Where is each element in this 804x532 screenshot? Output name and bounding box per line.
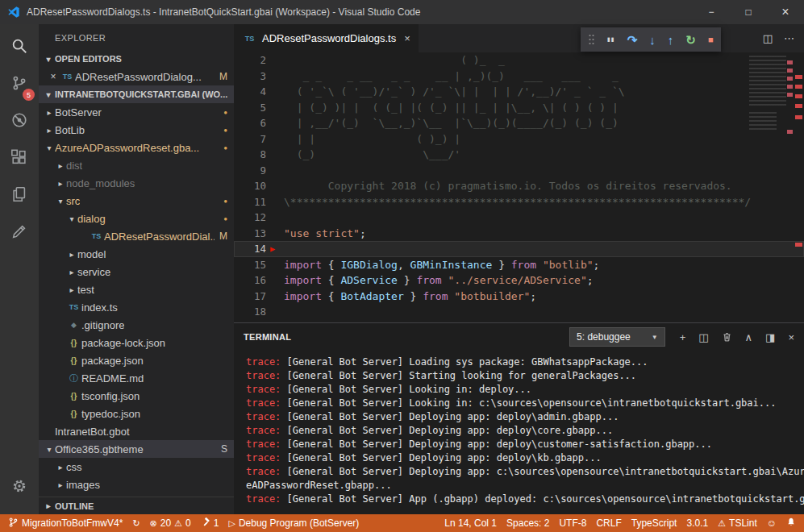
code-line-17[interactable]: 17import { BotAdapter } from "botbuilder… <box>234 289 804 305</box>
chevron-right-icon[interactable]: ▸ <box>55 480 66 489</box>
debug-config-status[interactable]: ▷ Debug Program (BotServer) <box>223 514 364 532</box>
tree-item-readme-md[interactable]: ⓘREADME.md <box>39 369 234 387</box>
kill-terminal-button[interactable] <box>722 331 732 343</box>
code-line-3[interactable]: 3 _ _ _ __ _ _ __ | ,_)(_) ___ ___ _ <box>234 69 804 85</box>
tree-item-node-modules[interactable]: ▸node_modules <box>39 174 234 192</box>
maximize-button[interactable]: □ <box>730 0 767 24</box>
tree-item-botserver[interactable]: ▸BotServer● <box>39 103 234 121</box>
chevron-down-icon[interactable]: ▾ <box>55 197 66 206</box>
minimize-button[interactable]: − <box>693 0 730 24</box>
step-into-button[interactable]: ↓ <box>649 34 656 46</box>
chevron-right-icon[interactable]: ▸ <box>44 126 55 135</box>
tree-item-css[interactable]: ▸css <box>39 458 234 476</box>
tree-item-test[interactable]: ▸test <box>39 281 234 298</box>
tree-item-azureadpasswordreset-gba-[interactable]: ▾AzureADPasswordReset.gba...● <box>39 139 234 156</box>
tslint-status[interactable]: ⚠ TSLint <box>713 514 762 532</box>
code-line-6[interactable]: 6 | ,__/'(_) `\__,_)`\__ |`\__)(_)(____/… <box>234 115 804 131</box>
tree-item-typedoc-json[interactable]: {}typedoc.json <box>39 405 234 422</box>
tree-item-tsconfig-json[interactable]: {}tsconfig.json <box>39 387 234 405</box>
chevron-right-icon[interactable]: ▸ <box>55 463 66 472</box>
drag-handle-icon[interactable] <box>588 33 595 46</box>
code-line-2[interactable]: 2 ( )_ _ <box>234 52 804 69</box>
tree-item--gitignore[interactable]: ◆.gitignore <box>39 316 234 334</box>
minimap[interactable] <box>748 52 793 322</box>
chevron-down-icon[interactable]: ▾ <box>66 214 77 223</box>
tree-item-index-ts[interactable]: TSindex.ts <box>39 298 234 316</box>
tree-item-src[interactable]: ▾src● <box>39 192 234 210</box>
close-button[interactable]: × <box>767 0 804 24</box>
code-line-14[interactable]: 14▶ <box>234 241 804 257</box>
pause-button[interactable]: ▮▮ <box>607 36 615 43</box>
running-tasks-status[interactable]: 1 <box>196 514 224 532</box>
overview-ruler[interactable] <box>794 52 804 322</box>
code-line-9[interactable]: 9 <box>234 163 804 179</box>
activity-extensions[interactable] <box>0 140 39 177</box>
chevron-right-icon[interactable]: ▸ <box>66 250 77 259</box>
chevron-down-icon[interactable]: ▾ <box>44 445 55 454</box>
tree-item-package-json[interactable]: {}package.json <box>39 351 234 369</box>
sync-button[interactable]: ↻ <box>127 514 144 532</box>
code-line-7[interactable]: 7 | | ( )_) | <box>234 131 804 148</box>
tab-active-file[interactable]: TS ADResetPasswordDialogs.ts × <box>234 24 419 52</box>
chevron-right-icon[interactable]: ▸ <box>55 161 66 170</box>
restart-button[interactable]: ↻ <box>685 34 696 46</box>
step-out-button[interactable]: ↑ <box>668 34 674 46</box>
outline-section-header[interactable]: ▸ OUTLINE <box>39 497 234 514</box>
close-panel-button[interactable]: × <box>788 331 794 343</box>
split-terminal-button[interactable]: ◫ <box>698 331 708 343</box>
activity-debug[interactable] <box>0 103 39 140</box>
eol-status[interactable]: CRLF <box>591 514 626 532</box>
code-line-13[interactable]: 13"use strict"; <box>234 226 804 242</box>
language-status[interactable]: TypeScript <box>627 514 682 532</box>
git-branch-status[interactable]: MigrationToBotFmwV4* <box>3 514 127 532</box>
terminal-output[interactable]: trace: [General Bot Server] Loading sys … <box>234 351 804 514</box>
split-editor-icon[interactable]: ◫ <box>763 32 773 44</box>
tree-item-dialog[interactable]: ▾dialog● <box>39 210 234 227</box>
chevron-down-icon[interactable]: ▾ <box>44 143 55 152</box>
code-line-18[interactable]: 18 <box>234 304 804 320</box>
step-over-button[interactable]: ↷ <box>627 34 638 46</box>
tab-terminal[interactable]: TERMINAL <box>244 332 291 342</box>
chevron-right-icon[interactable]: ▸ <box>66 285 77 294</box>
code-line-8[interactable]: 8 (_) \___/' <box>234 147 804 163</box>
tree-item-package-lock-json[interactable]: {}package-lock.json <box>39 334 234 351</box>
more-actions-icon[interactable]: ⋯ <box>784 32 794 44</box>
code-line-16[interactable]: 16import { ADService } from "../service/… <box>234 272 804 289</box>
indentation-status[interactable]: Spaces: 2 <box>502 514 554 532</box>
tree-item-dist[interactable]: ▸dist <box>39 156 234 174</box>
activity-files[interactable] <box>0 177 39 214</box>
tree-item-botlib[interactable]: ▸BotLib● <box>39 121 234 139</box>
code-line-15[interactable]: 15import { IGBDialog, GBMinInstance } fr… <box>234 257 804 273</box>
new-terminal-button[interactable]: + <box>680 331 686 343</box>
tree-item-images[interactable]: ▸images <box>39 476 234 493</box>
panel-layout-button[interactable]: ◨ <box>765 331 775 343</box>
tree-item-office365-gbtheme[interactable]: ▾Office365.gbthemeS <box>39 440 234 458</box>
activity-search[interactable] <box>0 29 39 66</box>
activity-edit[interactable] <box>0 214 39 251</box>
editor[interactable]: 2 ( )_ _3 _ _ _ __ _ _ __ | ,_)(_) ___ _… <box>234 52 804 322</box>
workspace-section-header[interactable]: ▾ INTRANETBOTQUICKSTART.GBAI (WO... <box>39 85 234 103</box>
cursor-position[interactable]: Ln 14, Col 1 <box>439 514 502 532</box>
problems-status[interactable]: ⊗ 20 ⚠ 0 <box>145 514 196 532</box>
maximize-panel-button[interactable]: ∧ <box>745 331 753 343</box>
chevron-right-icon[interactable]: ▸ <box>66 268 77 276</box>
notifications[interactable] <box>781 514 801 532</box>
stop-button[interactable]: ■ <box>708 35 714 44</box>
code-line-10[interactable]: 10 Copyright 2018 (c) pragmatismo.io. To… <box>234 178 804 194</box>
open-editors-header[interactable]: ▾ OPEN EDITORS <box>39 50 234 68</box>
ts-version-status[interactable]: 3.0.1 <box>681 514 713 532</box>
chevron-right-icon[interactable]: ▸ <box>55 179 66 188</box>
code-line-11[interactable]: 11\*************************************… <box>234 194 804 210</box>
open-editor-item[interactable]: × TS ADResetPasswordDialog... M <box>39 68 234 85</box>
code-line-5[interactable]: 5 | (_) )| | ( (_| |( (_) || |_ | |\__, … <box>234 100 804 116</box>
close-icon[interactable]: × <box>47 71 60 82</box>
activity-source-control[interactable]: 5 <box>0 66 39 103</box>
tree-item-model[interactable]: ▸model <box>39 245 234 263</box>
activity-settings[interactable] <box>0 469 39 506</box>
tree-item-service[interactable]: ▸service <box>39 263 234 281</box>
encoding-status[interactable]: UTF-8 <box>554 514 591 532</box>
feedback-smiley[interactable]: ☺ <box>762 514 781 532</box>
close-icon[interactable]: × <box>404 32 410 44</box>
code-line-12[interactable]: 12 <box>234 210 804 226</box>
terminal-session-select[interactable]: 5: debuggee ▼ <box>569 327 665 347</box>
